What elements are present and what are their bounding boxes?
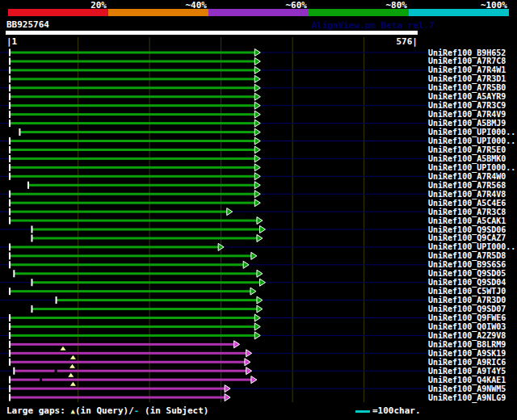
hit-start-tick (9, 93, 11, 100)
hit-start-tick (9, 137, 11, 145)
hit-bar[interactable] (11, 60, 257, 62)
hit-arrow[interactable] (254, 75, 260, 82)
hit-bar[interactable] (11, 69, 257, 71)
hit-start-tick (9, 332, 11, 339)
hit-arrow[interactable] (254, 49, 260, 57)
hit-arrow[interactable] (254, 93, 260, 100)
hit-arrow[interactable] (254, 66, 260, 74)
hit-bar[interactable] (11, 263, 246, 266)
hit-bar[interactable] (15, 272, 258, 275)
hit-bar[interactable] (11, 166, 257, 169)
legend-query-text: (in Query)/ (75, 405, 134, 416)
hit-arrow[interactable] (254, 200, 260, 207)
hit-bar[interactable] (11, 86, 257, 89)
hit-bar[interactable] (15, 370, 248, 372)
hit-bar[interactable] (20, 131, 256, 133)
hit-bar[interactable] (11, 254, 253, 257)
hit-bar[interactable] (11, 343, 236, 346)
hit-bar[interactable] (11, 78, 257, 80)
hit-start-tick (9, 120, 11, 127)
hit-bar[interactable] (32, 237, 258, 239)
hit-arrow[interactable] (254, 323, 260, 330)
hit-arrow[interactable] (254, 191, 260, 198)
alignment-plot: UniRef100_B9H652UniRef100_A7R7C8UniRef10… (0, 0, 517, 420)
hit-arrow[interactable] (227, 208, 233, 216)
hit-arrow[interactable] (254, 57, 260, 65)
hit-arrow[interactable] (243, 261, 249, 268)
hit-bar[interactable] (11, 326, 257, 328)
hit-bar[interactable] (11, 193, 257, 195)
hit-arrow[interactable] (254, 314, 260, 321)
hit-bar[interactable] (29, 184, 257, 187)
hit-arrow[interactable] (257, 270, 263, 277)
hit-bar[interactable] (11, 104, 257, 107)
hit-bar[interactable] (11, 317, 257, 319)
hit-arrow[interactable] (257, 234, 263, 242)
hit-bar[interactable] (11, 113, 257, 116)
scale-line-label: =100char. (372, 405, 421, 416)
hit-arrow[interactable] (245, 359, 250, 366)
hit-bar[interactable] (11, 352, 248, 355)
hit-bar[interactable] (32, 308, 258, 310)
hit-arrow[interactable] (250, 288, 256, 295)
hit-bar[interactable] (32, 281, 262, 284)
hit-arrow[interactable] (251, 376, 257, 384)
hit-start-tick (9, 57, 11, 65)
hit-arrow[interactable] (254, 332, 260, 339)
hit-bar[interactable] (11, 158, 257, 160)
hit-arrow[interactable] (259, 279, 265, 286)
hit-bar[interactable] (11, 397, 227, 399)
query-gap-marker (70, 382, 76, 386)
hit-bar[interactable] (11, 52, 257, 54)
hit-arrow[interactable] (254, 128, 260, 136)
hit-start-tick (9, 376, 11, 384)
hit-bar[interactable] (11, 202, 257, 204)
hit-arrow[interactable] (254, 137, 260, 145)
hit-arrow[interactable] (254, 146, 260, 153)
hit-bar[interactable] (11, 220, 258, 222)
hit-arrow[interactable] (246, 368, 252, 375)
hit-arrow[interactable] (254, 182, 260, 189)
hit-start-tick (31, 279, 32, 286)
hit-start-tick (9, 217, 11, 225)
hit-arrow[interactable] (254, 102, 260, 109)
hit-arrow[interactable] (251, 252, 257, 259)
hit-bar[interactable] (11, 211, 229, 213)
hit-bar[interactable] (11, 122, 257, 124)
hit-arrow[interactable] (234, 341, 240, 348)
hit-start-tick (9, 200, 11, 207)
legend-gaps-prefix: Large gaps: (6, 405, 70, 416)
hit-arrow[interactable] (254, 84, 260, 91)
hit-arrow[interactable] (254, 155, 260, 162)
hit-start-tick (27, 182, 29, 189)
hit-bar[interactable] (11, 246, 221, 248)
hit-bar[interactable] (11, 290, 252, 292)
hit-bar[interactable] (11, 175, 257, 178)
hit-arrow[interactable] (259, 226, 265, 233)
hit-bar[interactable] (57, 299, 258, 301)
hit-start-tick (56, 296, 57, 304)
hit-arrow[interactable] (225, 385, 230, 393)
hit-arrow[interactable] (257, 296, 263, 304)
hit-start-tick (9, 208, 11, 216)
hit-arrow[interactable] (257, 217, 263, 225)
hit-start-tick (9, 288, 11, 295)
hit-bar[interactable] (11, 388, 227, 390)
hit-bar[interactable] (11, 95, 257, 98)
hit-arrow[interactable] (225, 394, 230, 401)
hit-bar[interactable] (11, 334, 257, 337)
hit-arrow[interactable] (254, 164, 260, 171)
hit-bar[interactable] (11, 140, 257, 142)
hit-arrow[interactable] (246, 350, 252, 357)
query-gap-marker (70, 355, 76, 359)
hit-label[interactable]: UniRef100_A9NLG9 (428, 393, 506, 403)
hit-arrow[interactable] (254, 173, 260, 180)
query-gap-marker (69, 364, 75, 368)
hit-bar[interactable] (11, 361, 246, 363)
hit-bar[interactable] (11, 149, 257, 151)
hit-bar[interactable] (32, 229, 262, 231)
hit-arrow[interactable] (254, 111, 260, 118)
hit-arrow[interactable] (254, 120, 260, 127)
hit-bar[interactable] (11, 379, 253, 381)
hit-arrow[interactable] (257, 305, 263, 313)
